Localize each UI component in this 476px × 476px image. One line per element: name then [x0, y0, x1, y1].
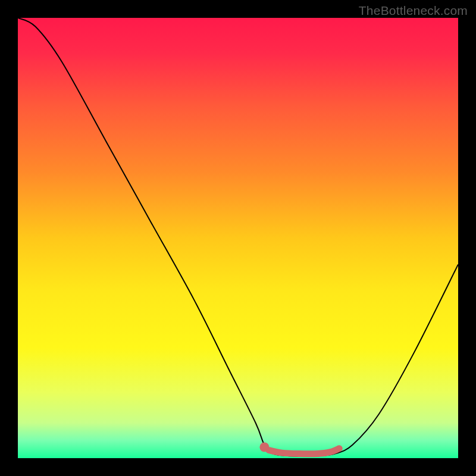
watermark-text: TheBottleneck.com — [359, 4, 468, 18]
optimal-range-marker — [259, 443, 269, 452]
bottleneck-chart — [18, 18, 458, 458]
